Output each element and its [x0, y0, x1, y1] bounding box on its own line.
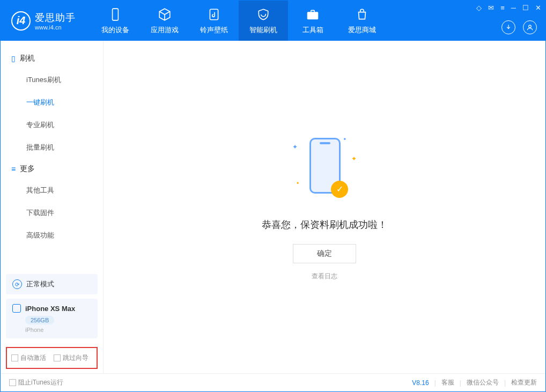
sparkle-icon: ✦: [351, 155, 357, 162]
section-title-text: 更多: [20, 164, 35, 174]
nav-toolbox[interactable]: 工具箱: [288, 1, 337, 41]
nav-label: 工具箱: [302, 25, 323, 35]
nav-store[interactable]: 爱思商城: [337, 1, 387, 41]
nav-label: 我的设备: [101, 25, 129, 35]
phone-icon: [108, 7, 123, 22]
refresh-shield-icon: [256, 7, 271, 22]
app-url: www.i4.cn: [35, 24, 76, 31]
footer-link-wechat[interactable]: 微信公众号: [467, 378, 499, 387]
sidebar-item-download-firmware[interactable]: 下载固件: [1, 202, 103, 224]
menu-icon[interactable]: ≡: [500, 4, 505, 12]
footer-bar: 阻止iTunes运行 V8.16 | 客服 | 微信公众号 | 检查更新: [1, 373, 545, 391]
nav-ringtones[interactable]: 铃声壁纸: [189, 1, 239, 41]
success-illustration: ✦ ✦ • • ✓: [287, 134, 362, 203]
app-logo: i4 爱思助手 www.i4.cn: [1, 1, 85, 41]
flash-options-box: 自动激活 跳过向导: [6, 347, 98, 369]
nav-label: 智能刷机: [249, 25, 277, 35]
sidebar: ▯ 刷机 iTunes刷机 一键刷机 专业刷机 批量刷机 ≡ 更多 其他工具 下…: [1, 41, 104, 373]
device-small-icon: [12, 304, 21, 313]
svg-rect-3: [311, 10, 315, 12]
sidebar-item-oneclick-flash[interactable]: 一键刷机: [1, 91, 103, 114]
more-icon: ≡: [11, 165, 16, 173]
nav-smart-flash[interactable]: 智能刷机: [239, 1, 288, 41]
section-title-text: 刷机: [20, 54, 35, 63]
nav-apps-games[interactable]: 应用游戏: [140, 1, 189, 41]
sparkle-icon: •: [297, 180, 299, 187]
main-content: ✦ ✦ • • ✓ 恭喜您，保资料刷机成功啦！ 确定 查看日志: [104, 41, 545, 373]
version-label: V8.16: [412, 379, 429, 387]
ok-button[interactable]: 确定: [293, 244, 356, 263]
nav-label: 爱思商城: [348, 25, 376, 35]
sidebar-item-batch-flash[interactable]: 批量刷机: [1, 136, 103, 159]
nav-label: 应用游戏: [151, 25, 179, 35]
view-log-link[interactable]: 查看日志: [312, 272, 337, 281]
checkbox-skip-wizard[interactable]: 跳过向导: [54, 353, 88, 363]
sidebar-section-more: ≡ 更多: [1, 159, 103, 179]
footer-link-update[interactable]: 检查更新: [511, 378, 537, 387]
device-icon: ▯: [11, 54, 16, 63]
success-message: 恭喜您，保资料刷机成功啦！: [262, 218, 387, 231]
svg-rect-0: [113, 9, 119, 20]
sidebar-section-flash: ▯ 刷机: [1, 48, 103, 69]
download-button[interactable]: [501, 20, 515, 34]
header-bar: i4 爱思助手 www.i4.cn 我的设备 应用游戏 铃声壁纸 智能刷机 工具…: [1, 1, 545, 41]
user-button[interactable]: [523, 20, 537, 34]
maximize-button[interactable]: ☐: [522, 4, 529, 12]
svg-point-4: [529, 25, 532, 28]
device-mode-card[interactable]: ⟳ 正常模式: [6, 274, 98, 294]
check-badge-icon: ✓: [331, 181, 348, 198]
sparkle-icon: •: [344, 136, 346, 143]
app-name: 爱思助手: [35, 11, 76, 24]
svg-rect-1: [210, 9, 218, 20]
svg-rect-2: [307, 12, 318, 19]
skin-icon[interactable]: ◇: [476, 4, 482, 12]
sparkle-icon: ✦: [292, 143, 298, 151]
checkbox-auto-activate[interactable]: 自动激活: [11, 353, 46, 363]
sidebar-item-advanced[interactable]: 高级功能: [1, 224, 103, 247]
window-controls: ◇ ✉ ≡ ─ ☐ ✕: [476, 4, 541, 12]
device-type: iPhone: [25, 327, 91, 333]
minimize-button[interactable]: ─: [511, 4, 516, 12]
device-mode-label: 正常模式: [26, 279, 54, 289]
status-icon: ⟳: [12, 279, 22, 289]
cube-icon: [157, 7, 172, 22]
header-actions: [501, 20, 537, 34]
footer-link-support[interactable]: 客服: [441, 378, 454, 387]
top-nav: 我的设备 应用游戏 铃声壁纸 智能刷机 工具箱 爱思商城: [91, 1, 387, 41]
music-file-icon: [206, 7, 222, 22]
sidebar-item-itunes-flash[interactable]: iTunes刷机: [1, 69, 103, 91]
device-card[interactable]: iPhone XS Max 256GB iPhone: [6, 299, 98, 338]
briefcase-icon: [305, 7, 320, 22]
device-name: iPhone XS Max: [25, 305, 75, 313]
nav-label: 铃声壁纸: [200, 25, 228, 35]
close-button[interactable]: ✕: [535, 4, 541, 12]
device-capacity: 256GB: [25, 316, 54, 324]
feedback-icon[interactable]: ✉: [488, 4, 494, 12]
nav-my-device[interactable]: 我的设备: [91, 1, 140, 41]
sidebar-item-pro-flash[interactable]: 专业刷机: [1, 114, 103, 136]
logo-icon: i4: [11, 11, 31, 31]
checkbox-block-itunes[interactable]: 阻止iTunes运行: [9, 378, 63, 387]
sidebar-item-other-tools[interactable]: 其他工具: [1, 179, 103, 202]
bag-icon: [355, 7, 370, 22]
